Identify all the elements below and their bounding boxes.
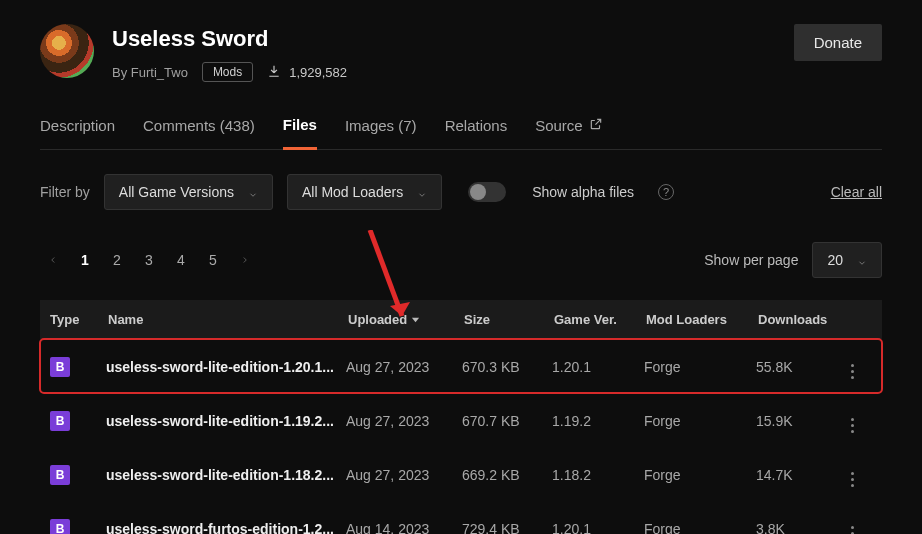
mod-header: Useless Sword By Furti_Two Mods 1,929,58… [40,24,882,82]
help-icon[interactable]: ? [658,184,674,200]
file-uploaded: Aug 14, 2023 [346,521,462,535]
pager: 12345 [40,247,258,273]
download-count: 1,929,582 [267,64,347,81]
chevron-down-icon [857,255,867,265]
file-size: 670.3 KB [462,359,552,375]
file-uploaded: Aug 27, 2023 [346,467,462,483]
mod-title: Useless Sword [112,26,794,52]
alpha-label: Show alpha files [532,184,634,200]
file-name[interactable]: useless-sword-lite-edition-1.19.2... [106,413,346,429]
external-link-icon [589,117,603,134]
file-size: 669.2 KB [462,467,552,483]
file-modloader: Forge [644,359,756,375]
file-downloads: 3.8K [756,521,842,535]
toggle-knob [470,184,486,200]
game-version-select[interactable]: All Game Versions [104,174,273,210]
row-menu-button[interactable] [842,526,862,534]
file-downloads: 14.7K [756,467,842,483]
release-type-badge: B [50,465,70,485]
download-icon [267,64,281,81]
per-page-label: Show per page [704,252,798,268]
page-prev[interactable] [40,247,66,273]
file-gamever: 1.20.1 [552,521,644,535]
file-name[interactable]: useless-sword-furtos-edition-1.2... [106,521,346,535]
file-name[interactable]: useless-sword-lite-edition-1.18.2... [106,467,346,483]
donate-button[interactable]: Donate [794,24,882,61]
row-menu-button[interactable] [842,418,862,433]
tab-comments[interactable]: Comments (438) [143,117,255,148]
chevron-down-icon [417,187,427,197]
table-header: Type Name Uploaded Size Game Ver. Mod Lo… [40,300,882,339]
file-downloads: 15.9K [756,413,842,429]
table-row[interactable]: Buseless-sword-lite-edition-1.19.2...Aug… [40,393,882,447]
file-size: 729.4 KB [462,521,552,535]
col-modloaders[interactable]: Mod Loaders [644,312,756,327]
col-downloads[interactable]: Downloads [756,312,842,327]
col-name[interactable]: Name [106,312,346,327]
author-line[interactable]: By Furti_Two [112,65,188,80]
file-uploaded: Aug 27, 2023 [346,359,462,375]
tab-images[interactable]: Images (7) [345,117,417,148]
file-gamever: 1.20.1 [552,359,644,375]
release-type-badge: B [50,357,70,377]
col-uploaded[interactable]: Uploaded [346,312,462,327]
tab-source[interactable]: Source [535,117,603,148]
pager-row: 12345 Show per page 20 [40,242,882,278]
per-page-select[interactable]: 20 [812,242,882,278]
alpha-toggle[interactable] [468,182,506,202]
release-type-badge: B [50,411,70,431]
file-size: 670.7 KB [462,413,552,429]
files-table: Type Name Uploaded Size Game Ver. Mod Lo… [40,300,882,534]
page-3[interactable]: 3 [136,247,162,273]
tabs: Description Comments (438) Files Images … [40,116,882,150]
file-name[interactable]: useless-sword-lite-edition-1.20.1... [106,359,346,375]
file-downloads: 55.8K [756,359,842,375]
filter-row: Filter by All Game Versions All Mod Load… [40,174,882,210]
filter-label: Filter by [40,184,90,200]
sort-desc-icon [411,312,420,327]
row-menu-button[interactable] [842,472,862,487]
page-4[interactable]: 4 [168,247,194,273]
page-next[interactable] [232,247,258,273]
tab-files[interactable]: Files [283,116,317,150]
page-1[interactable]: 1 [72,247,98,273]
mod-avatar [40,24,94,78]
table-row[interactable]: Buseless-sword-lite-edition-1.20.1...Aug… [40,339,882,393]
col-size[interactable]: Size [462,312,552,327]
col-gamever[interactable]: Game Ver. [552,312,644,327]
clear-all-link[interactable]: Clear all [831,184,882,200]
tab-description[interactable]: Description [40,117,115,148]
file-modloader: Forge [644,521,756,535]
page-5[interactable]: 5 [200,247,226,273]
chevron-down-icon [248,187,258,197]
page-2[interactable]: 2 [104,247,130,273]
file-modloader: Forge [644,467,756,483]
mod-loader-select[interactable]: All Mod Loaders [287,174,442,210]
file-gamever: 1.18.2 [552,467,644,483]
row-menu-button[interactable] [842,364,862,379]
release-type-badge: B [50,519,70,535]
col-type[interactable]: Type [40,312,106,327]
table-row[interactable]: Buseless-sword-lite-edition-1.18.2...Aug… [40,447,882,501]
file-gamever: 1.19.2 [552,413,644,429]
file-uploaded: Aug 27, 2023 [346,413,462,429]
mods-badge[interactable]: Mods [202,62,253,82]
file-modloader: Forge [644,413,756,429]
tab-relations[interactable]: Relations [445,117,508,148]
table-row[interactable]: Buseless-sword-furtos-edition-1.2...Aug … [40,501,882,534]
